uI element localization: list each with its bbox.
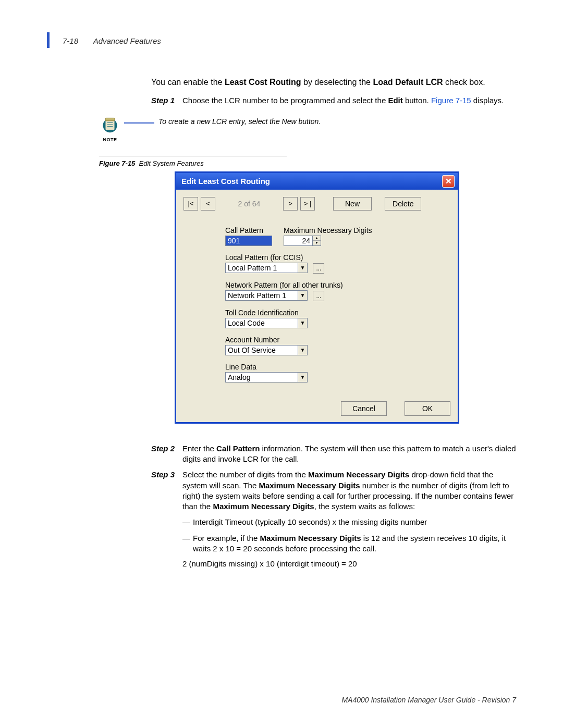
step3-sublist: — Interdigit Timeout (typically 10 secon… [182, 517, 516, 554]
titlebar: Edit Least Cost Routing ✕ [176, 173, 458, 190]
step-label: Step 1 [151, 95, 182, 106]
chevron-down-icon[interactable]: ▼ [298, 290, 308, 301]
max-digits-stepper[interactable]: 24 ▲▼ [284, 236, 321, 246]
account-label: Account Number [225, 336, 450, 344]
local-pattern-combo[interactable]: Local Pattern 1 ▼ [225, 263, 308, 273]
intro-paragraph: You can enable the Least Cost Routing by… [151, 77, 516, 88]
nav-prev-button[interactable]: < [201, 197, 215, 211]
header-accent-bar [47, 32, 50, 48]
step-3: Step 3 Select the number of digits from … [151, 470, 516, 512]
toll-code-combo[interactable]: Local Code ▼ [225, 318, 308, 328]
sublist-item: For example, if the Maximum Necessary Di… [193, 533, 516, 554]
page-header: 7-18 Advanced Features [63, 36, 516, 45]
new-button[interactable]: New [333, 197, 372, 211]
section-title: Advanced Features [93, 36, 161, 45]
figure-link[interactable]: Figure 7-15 [431, 96, 471, 105]
step-label: Step 2 [151, 443, 182, 465]
account-combo[interactable]: Out Of Service ▼ [225, 345, 308, 355]
chevron-down-icon[interactable]: ▼ [298, 263, 308, 273]
local-pattern-label: Local Pattern (for CCIS) [225, 253, 450, 262]
figure-caption: Figure 7-15 Edit System Features [99, 159, 516, 167]
ok-button[interactable]: OK [405, 401, 450, 416]
delete-button[interactable]: Delete [385, 197, 421, 211]
spinner-down-icon[interactable]: ▼ [313, 241, 321, 245]
toll-code-value: Local Code [225, 318, 298, 328]
network-pattern-label: Network Pattern (for all other trunks) [225, 281, 450, 289]
dash-icon: — [182, 533, 193, 554]
network-pattern-combo[interactable]: Network Pattern 1 ▼ [225, 290, 308, 301]
note-leader-line [124, 122, 154, 124]
step-text: Select the number of digits from the Max… [182, 470, 516, 512]
record-counter: 2 of 64 [218, 199, 280, 209]
edit-lcr-dialog: Edit Least Cost Routing ✕ |< < 2 of 64 >… [175, 171, 459, 424]
dialog-footer: Cancel OK [183, 390, 450, 416]
line-data-label: Line Data [225, 363, 450, 371]
step-2: Step 2 Enter the Call Pattern informatio… [151, 443, 516, 465]
account-value: Out Of Service [225, 345, 298, 355]
chevron-down-icon[interactable]: ▼ [298, 318, 308, 328]
network-pattern-value: Network Pattern 1 [225, 290, 298, 301]
record-nav-row: |< < 2 of 64 > > | New Delete [183, 197, 450, 211]
step-text: Choose the LCR number to be programmed a… [182, 95, 516, 106]
dash-icon: — [182, 517, 193, 527]
call-pattern-label: Call Pattern [225, 226, 272, 235]
step-text: Enter the Call Pattern information. The … [182, 443, 516, 465]
page-number: 7-18 [63, 36, 78, 45]
note-block: NOTE To create a new LCR entry, select t… [99, 115, 516, 142]
svg-rect-1 [105, 120, 115, 130]
toll-code-label: Toll Code Identification [225, 309, 450, 317]
note-label: NOTE [99, 137, 121, 142]
line-data-value: Analog [225, 372, 298, 382]
chevron-down-icon[interactable]: ▼ [298, 372, 308, 382]
line-data-combo[interactable]: Analog ▼ [225, 372, 308, 382]
note-text: To create a new LCR entry, select the Ne… [158, 117, 321, 126]
dialog-title: Edit Least Cost Routing [181, 177, 270, 186]
call-pattern-input[interactable] [225, 236, 272, 246]
figure-rule [99, 156, 287, 156]
nav-last-button[interactable]: > | [300, 197, 315, 211]
max-digits-label: Maximum Necessary Digits [284, 226, 372, 235]
note-icon: NOTE [99, 115, 121, 142]
calc-line: 2 (numDigits missing) x 10 (interdigit t… [182, 559, 516, 568]
page-footer: MA4000 Installation Manager User Guide -… [341, 696, 516, 704]
local-pattern-value: Local Pattern 1 [225, 263, 298, 273]
local-pattern-ellipsis-button[interactable]: ... [313, 263, 324, 274]
nav-next-button[interactable]: > [283, 197, 298, 211]
svg-rect-2 [105, 118, 115, 120]
step-label: Step 3 [151, 470, 182, 512]
network-pattern-ellipsis-button[interactable]: ... [313, 291, 324, 301]
max-digits-value[interactable]: 24 [284, 236, 313, 246]
nav-first-button[interactable]: |< [183, 197, 198, 211]
spinner-up-icon[interactable]: ▲ [313, 236, 321, 241]
chevron-down-icon[interactable]: ▼ [298, 345, 308, 355]
sublist-item: Interdigit Timeout (typically 10 seconds… [193, 517, 427, 527]
step-1: Step 1 Choose the LCR number to be progr… [151, 95, 516, 106]
cancel-button[interactable]: Cancel [341, 401, 387, 416]
close-button[interactable]: ✕ [442, 175, 455, 188]
